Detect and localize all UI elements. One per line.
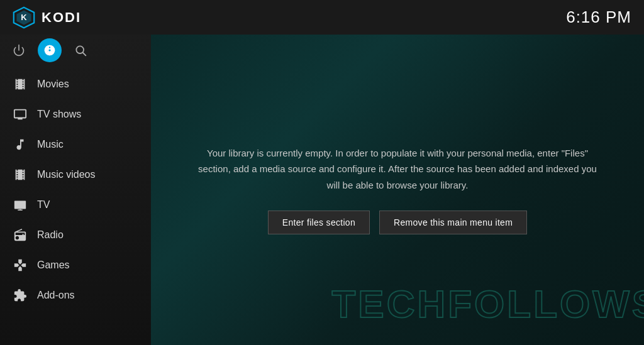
sidebar-item-music[interactable]: Music: [0, 129, 151, 160]
sidebar-item-tv[interactable]: TV: [0, 190, 151, 220]
top-bar: K KODI 6:16 PM: [0, 0, 644, 35]
main-layout: Movies TV shows Music: [0, 35, 644, 345]
radio-icon: [13, 227, 28, 243]
music-label: Music: [37, 139, 64, 150]
sidebar: Movies TV shows Music: [0, 35, 151, 345]
music-videos-icon: [13, 167, 28, 182]
games-label: Games: [37, 260, 70, 271]
search-button[interactable]: [74, 44, 87, 57]
svg-point-7: [19, 174, 22, 177]
action-buttons-row: Enter files section Remove this main men…: [268, 211, 527, 234]
tv-shows-icon: [13, 107, 28, 122]
svg-text:K: K: [21, 13, 27, 22]
tv-icon: [13, 197, 28, 212]
app-title: KODI: [42, 9, 81, 26]
app-logo-area: K KODI: [13, 6, 81, 29]
power-button[interactable]: [13, 44, 25, 57]
library-empty-message: Your library is currently empty. In orde…: [184, 145, 611, 194]
tv-shows-label: TV shows: [37, 109, 81, 120]
sidebar-item-movies[interactable]: Movies: [0, 69, 151, 99]
sidebar-item-radio[interactable]: Radio: [0, 220, 151, 250]
sidebar-item-add-ons[interactable]: Add-ons: [0, 280, 151, 310]
kodi-logo-icon: K: [13, 6, 35, 29]
music-videos-label: Music videos: [37, 169, 95, 180]
games-icon: [13, 258, 28, 273]
svg-rect-8: [14, 201, 26, 209]
add-ons-label: Add-ons: [37, 290, 75, 301]
svg-line-6: [83, 53, 86, 56]
clock: 6:16 PM: [566, 8, 631, 27]
nav-items: Movies TV shows Music: [0, 66, 151, 345]
content-area: Your library is currently empty. In orde…: [151, 35, 644, 345]
sidebar-item-music-videos[interactable]: Music videos: [0, 160, 151, 190]
sidebar-item-games[interactable]: Games: [0, 250, 151, 280]
music-icon: [13, 137, 28, 152]
add-ons-icon: [13, 288, 28, 303]
svg-point-4: [48, 49, 52, 52]
remove-menu-item-button[interactable]: Remove this main menu item: [379, 211, 527, 234]
sidebar-icon-bar: [0, 35, 151, 66]
settings-button[interactable]: [38, 38, 62, 62]
enter-files-button[interactable]: Enter files section: [268, 211, 370, 234]
sidebar-item-tv-shows[interactable]: TV shows: [0, 99, 151, 129]
movies-label: Movies: [37, 79, 69, 90]
techfollows-watermark: TECHFOLLOWS: [331, 282, 644, 326]
tv-label: TV: [37, 199, 50, 211]
radio-label: Radio: [37, 229, 64, 241]
movies-icon: [13, 77, 28, 92]
